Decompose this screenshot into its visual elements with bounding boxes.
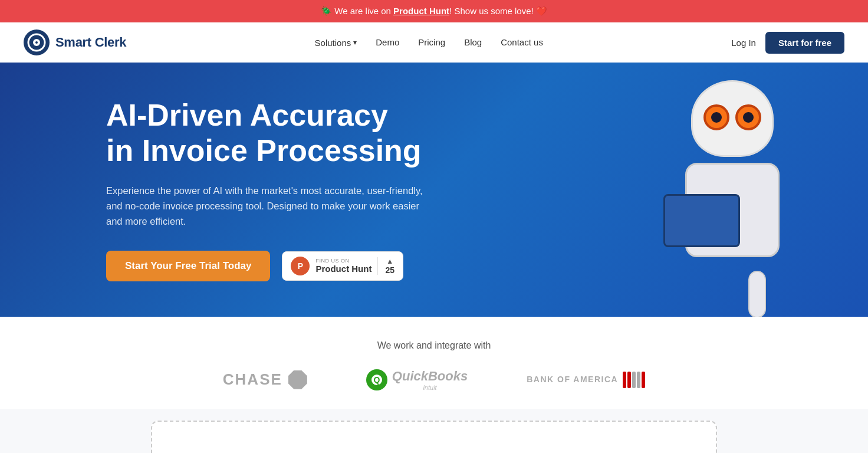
robot-body [685,163,780,257]
robot-head [691,80,774,157]
integrations-section: We work and integrate with CHASE Q Quick… [0,317,868,409]
robot-eye-left [703,104,729,130]
svg-text:Q: Q [373,375,380,385]
boa-flag [623,372,645,388]
nav-solutions[interactable]: Solutions [315,38,357,48]
ph-name: Product Hunt [315,264,371,274]
login-link[interactable]: Log In [731,38,756,48]
nav-contact[interactable]: Contact us [501,37,543,48]
chase-icon [288,370,307,389]
logos-row: CHASE Q QuickBooks intuit BANK OF AMERIC… [47,369,821,391]
hero-subtitle: Experience the power of AI with the mark… [106,183,436,229]
hero-actions: Start Your Free Trial Today P FIND US ON… [106,251,436,281]
chase-logo: CHASE [223,370,307,389]
announcement-bar: 🪲 We are live on Product Hunt! Show us s… [0,0,868,22]
chase-text: CHASE [223,370,282,389]
qb-text: QuickBooks [392,369,468,384]
robot-tablet [663,194,740,247]
robot-arm [748,271,766,317]
announcement-text: 🪲 We are live on [321,6,393,16]
qb-text-group: QuickBooks intuit [392,369,468,391]
quickbooks-logo: Q QuickBooks intuit [366,369,468,391]
upload-box[interactable]: Drag and drop your invoice here to proce… [151,421,717,453]
nav-right: Log In Start for free [731,32,844,54]
hero-title: AI-Driven Accuracy in Invoice Processing [106,98,436,169]
ph-count-group: ▲ 25 [377,257,394,275]
hero-section: AI-Driven Accuracy in Invoice Processing… [0,63,868,317]
start-free-button[interactable]: Start for free [765,32,844,54]
svg-point-3 [35,41,38,44]
robot-eye-right [735,104,761,130]
ph-find-text: FIND US ON [315,258,371,264]
nav-demo[interactable]: Demo [376,37,399,48]
product-hunt-badge[interactable]: P FIND US ON Product Hunt ▲ 25 [282,251,403,281]
integrations-title: We work and integrate with [47,340,821,351]
navbar: Smart Clerk Solutions Demo Pricing Blog … [0,22,868,63]
logo-area[interactable]: Smart Clerk [24,29,126,55]
qb-subtitle: intuit [392,384,468,391]
logo-text: Smart Clerk [55,35,126,50]
nav-links: Solutions Demo Pricing Blog Contact us [315,37,543,48]
ph-logo-circle: P [291,257,310,275]
robot-illustration [644,68,821,316]
trial-button[interactable]: Start Your Free Trial Today [106,251,270,281]
nav-blog[interactable]: Blog [464,37,482,48]
smart-clerk-logo-icon [24,29,50,55]
ph-upvote-arrow: ▲ [386,257,393,265]
boa-text: BANK OF AMERICA [527,375,618,385]
ph-count: 25 [385,265,394,275]
hero-content: AI-Driven Accuracy in Invoice Processing… [106,98,436,281]
qb-icon: Q [366,369,387,390]
product-hunt-link[interactable]: Product Hunt [393,6,449,16]
announcement-text-after: ! Show us some love! ❤️ [449,6,547,16]
ph-text-group: FIND US ON Product Hunt [315,258,371,274]
upload-section: Drag and drop your invoice here to proce… [0,409,868,453]
nav-pricing[interactable]: Pricing [418,37,445,48]
bank-of-america-logo: BANK OF AMERICA [527,372,645,388]
